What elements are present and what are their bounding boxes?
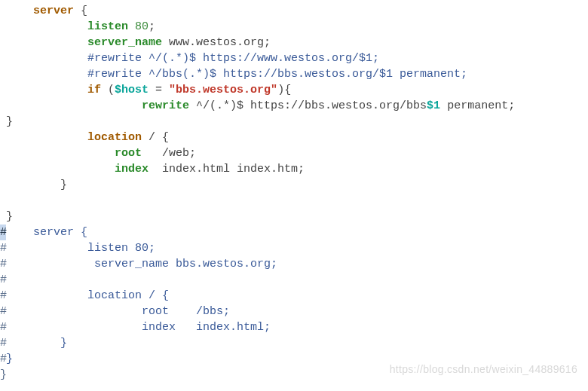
code-token [6,20,87,33]
code-token: location / { [6,289,169,302]
code-token: index index.html; [6,321,271,334]
gutter-char [0,161,6,177]
gutter-char [0,114,6,130]
gutter-char [0,3,6,19]
gutter-char [0,19,6,35]
code-token: listen [87,20,128,33]
code-token: server_name bbs.westos.org; [6,258,277,270]
code-token [6,131,87,144]
gutter-char: # [0,288,6,304]
gutter-char: # [0,335,6,351]
code-token: } [6,337,67,350]
code-token [128,20,135,33]
gutter-char [0,98,6,114]
gutter-char [0,50,6,66]
code-token: } [6,353,13,365]
code-token: $host [115,84,149,96]
code-token: listen 80; [6,242,155,255]
code-token: } [6,179,67,191]
gutter-char [0,35,6,50]
code-token: server { [6,226,87,239]
code-token: index.html index.htm; [149,163,305,176]
code-token: $1 [427,99,440,112]
code-token: www.westos.org; [162,36,271,49]
gutter-char: # [0,225,6,240]
code-token: index [115,163,149,176]
code-block: server { listen 80; server_name www.west… [0,0,588,383]
gutter-char [0,209,6,225]
code-token [6,147,115,160]
code-token: /web; [142,147,196,160]
gutter-char [0,177,6,193]
code-token: / { [142,131,169,144]
code-token [6,84,87,96]
code-token: #rewrite ^/bbs(.*)$ https://bbs.westos.o… [87,68,467,81]
code-token: root [115,147,142,160]
code-token: rewrite [142,99,189,112]
code-token: server_name [87,36,162,49]
code-token: "bbs.westos.org" [169,84,277,96]
code-token: server [33,5,74,17]
code-token: 80 [135,20,149,33]
gutter-char [0,82,6,98]
watermark-text: https://blog.csdn.net/weixin_44889616 [390,362,577,377]
gutter-char: } [0,367,6,383]
gutter-char: # [0,256,6,272]
code-token [6,68,87,81]
gutter-char: # [0,351,6,367]
code-token: if [87,84,101,96]
code-token: permanent; [440,99,515,112]
gutter-char [0,193,6,209]
gutter-char: # [0,240,6,256]
code-token [6,5,33,17]
code-token: #rewrite ^/(.*)$ https://www.westos.org/… [87,52,379,65]
gutter-char: # [0,272,6,288]
gutter-char: # [0,304,6,319]
code-token: { [74,5,87,17]
gutter-char: # [0,319,6,335]
code-token: = [149,84,169,96]
code-token [6,36,87,49]
code-token: root /bbs; [6,305,230,318]
gutter-char [0,66,6,82]
code-token: ; [149,20,155,33]
code-token [6,99,142,112]
code-token [6,163,115,176]
gutter-char [0,130,6,145]
gutter-char [0,145,6,161]
code-token: } [6,115,13,128]
code-token: ){ [277,84,291,96]
code-token [6,52,87,65]
code-token: } [6,210,13,223]
code-token: ^/(.*)$ https://bbs.westos.org/bbs [189,99,427,112]
code-token: location [87,131,142,144]
code-token: ( [101,84,115,96]
